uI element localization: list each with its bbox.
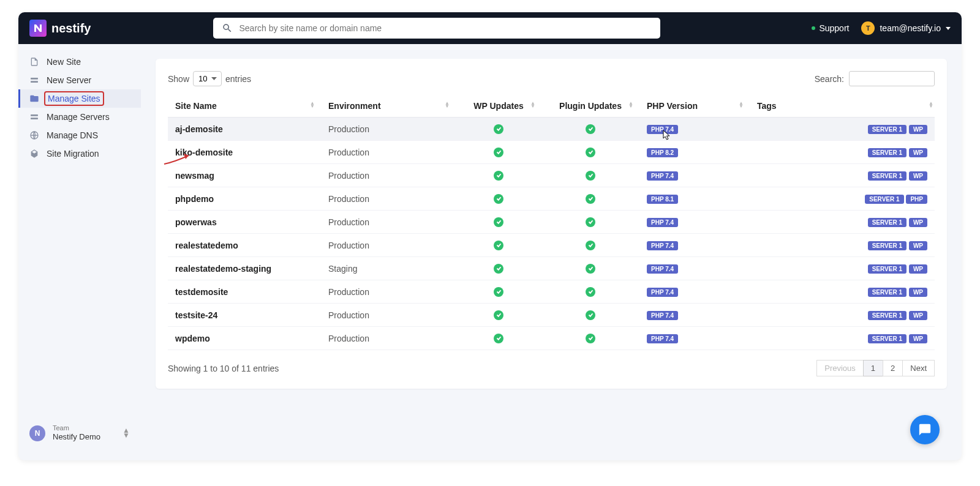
tag-badge: SERVER 1 [868, 125, 907, 134]
topbar-right: Support T team@nestify.io [812, 21, 951, 35]
table-row[interactable]: aj-demositeProductionPHP 7.4SERVER 1 WP [168, 118, 935, 141]
cell-php-version: PHP 7.4 [639, 327, 750, 350]
team-avatar: N [29, 425, 45, 441]
table-row[interactable]: newsmagProductionPHP 7.4SERVER 1 WP [168, 164, 935, 187]
php-badge: PHP 7.4 [647, 334, 678, 343]
user-menu[interactable]: T team@nestify.io [861, 21, 951, 35]
cell-php-version: PHP 7.4 [639, 118, 750, 141]
cell-php-version: PHP 8.1 [639, 187, 750, 211]
table-row[interactable]: realestatedemoProductionPHP 7.4SERVER 1 … [168, 234, 935, 257]
tag-badge: SERVER 1 [865, 195, 903, 204]
tag-badge: WP [909, 288, 927, 297]
php-badge: PHP 7.4 [647, 288, 678, 297]
table-row[interactable]: testsite-24ProductionPHP 7.4SERVER 1 WP [168, 304, 935, 327]
sidebar-item-label: Manage Sites [48, 94, 100, 103]
cell-tags: SERVER 1 WP [750, 141, 935, 164]
tag-badge: SERVER 1 [868, 218, 907, 227]
cell-wp-updates [456, 118, 541, 141]
updown-icon: ▲▼ [123, 428, 130, 437]
cell-site-name: testsite-24 [168, 304, 321, 327]
table-search-input[interactable] [849, 71, 935, 86]
page-2[interactable]: 2 [883, 360, 903, 376]
support-label: Support [819, 23, 849, 33]
check-icon [494, 171, 503, 181]
cell-plugin-updates [541, 234, 639, 257]
table-row[interactable]: testdemositeProductionPHP 7.4SERVER 1 WP [168, 280, 935, 304]
avatar: T [861, 21, 875, 35]
cell-php-version: PHP 8.2 [639, 141, 750, 164]
sidebar-item-new-server[interactable]: New Server [18, 71, 141, 89]
sidebar-item-site-migration[interactable]: Site Migration [18, 144, 141, 163]
cell-plugin-updates [541, 280, 639, 304]
cell-site-name: phpdemo [168, 187, 321, 211]
server-icon [29, 112, 39, 122]
cell-tags: SERVER 1 WP [750, 118, 935, 141]
sidebar-item-manage-sites[interactable]: Manage Sites [18, 89, 141, 108]
svg-rect-1 [31, 81, 38, 83]
cell-environment: Staging [321, 257, 456, 280]
table-row[interactable]: phpdemoProductionPHP 8.1SERVER 1 PHP [168, 187, 935, 211]
cell-tags: SERVER 1 PHP [750, 187, 935, 211]
page-prev[interactable]: Previous [816, 360, 864, 376]
col-site-name[interactable]: Site Name▲▼ [168, 95, 321, 118]
check-icon [494, 334, 503, 343]
check-icon [586, 148, 595, 157]
team-switcher[interactable]: N Team Nestify Demo ▲▼ [18, 414, 141, 452]
sites-card: Show 10 entries Search: Site Name▲▼ En [156, 59, 947, 389]
check-icon [586, 264, 595, 274]
check-icon [586, 171, 595, 181]
check-icon [586, 124, 595, 134]
cell-php-version: PHP 7.4 [639, 280, 750, 304]
check-icon [586, 287, 595, 297]
team-name: Nestify Demo [53, 432, 100, 442]
global-search[interactable] [213, 18, 660, 39]
logo[interactable]: nestify [29, 20, 91, 37]
table-row[interactable]: realestatedemo-stagingStagingPHP 7.4SERV… [168, 257, 935, 280]
chat-icon [918, 423, 932, 436]
cell-plugin-updates [541, 118, 639, 141]
cell-tags: SERVER 1 WP [750, 211, 935, 234]
col-wp-updates[interactable]: WP Updates▲▼ [456, 95, 541, 118]
check-icon [586, 194, 595, 204]
cell-tags: SERVER 1 WP [750, 304, 935, 327]
cell-wp-updates [456, 164, 541, 187]
sidebar-item-manage-dns[interactable]: Manage DNS [18, 126, 141, 144]
tag-badge: SERVER 1 [868, 264, 907, 274]
col-php-version[interactable]: PHP Version▲▼ [639, 95, 750, 118]
cell-environment: Production [321, 234, 456, 257]
sidebar-item-new-site[interactable]: New Site [18, 53, 141, 71]
chat-fab[interactable] [910, 415, 940, 444]
support-link[interactable]: Support [812, 23, 849, 33]
cell-plugin-updates [541, 257, 639, 280]
php-badge: PHP 7.4 [647, 241, 678, 250]
cell-plugin-updates [541, 164, 639, 187]
cell-php-version: PHP 7.4 [639, 211, 750, 234]
sidebar-item-label: Site Migration [47, 149, 99, 159]
cell-environment: Production [321, 164, 456, 187]
cell-wp-updates [456, 234, 541, 257]
cell-plugin-updates [541, 304, 639, 327]
sidebar-item-manage-servers[interactable]: Manage Servers [18, 108, 141, 126]
check-icon [586, 310, 595, 320]
tag-badge: WP [909, 334, 927, 343]
tag-badge: WP [909, 264, 927, 274]
tag-badge: WP [909, 125, 927, 134]
sidebar-item-label: Manage Servers [47, 112, 110, 122]
cell-plugin-updates [541, 187, 639, 211]
page-1[interactable]: 1 [863, 360, 883, 376]
cell-plugin-updates [541, 211, 639, 234]
migration-icon [29, 149, 39, 159]
col-tags[interactable]: Tags▲▼ [750, 95, 935, 118]
table-row[interactable]: wpdemoProductionPHP 7.4SERVER 1 WP [168, 327, 935, 350]
table-row[interactable]: kiko-demositeProductionPHP 8.2SERVER 1 W… [168, 141, 935, 164]
entries-select[interactable]: 10 [193, 71, 222, 86]
table-row[interactable]: powerwasProductionPHP 7.4SERVER 1 WP [168, 211, 935, 234]
cell-plugin-updates [541, 141, 639, 164]
svg-rect-2 [31, 114, 38, 116]
col-plugin-updates[interactable]: Plugin Updates▲▼ [541, 95, 639, 118]
cell-environment: Production [321, 118, 456, 141]
search-input[interactable] [239, 23, 652, 33]
page-next[interactable]: Next [902, 360, 935, 376]
brand-name: nestify [51, 21, 91, 36]
col-environment[interactable]: Environment▲▼ [321, 95, 456, 118]
